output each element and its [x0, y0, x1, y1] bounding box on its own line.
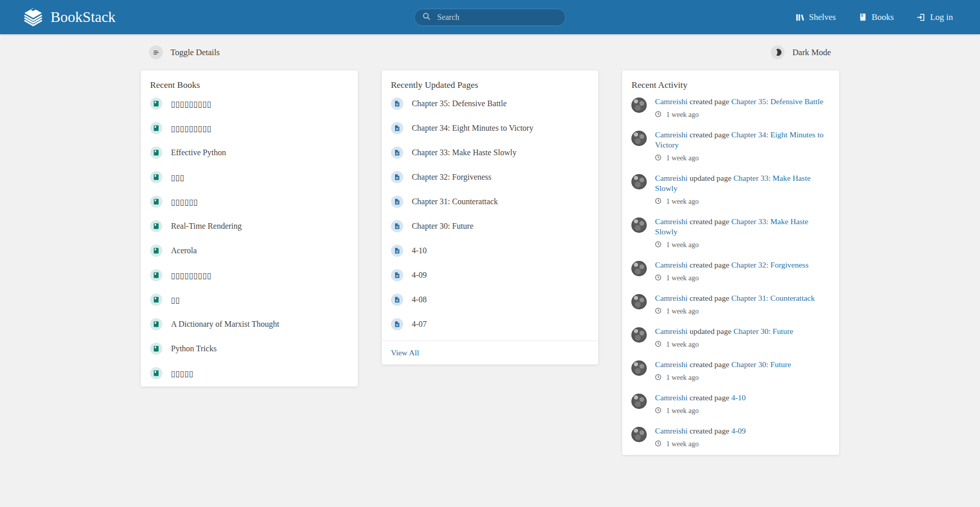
book-icon [150, 269, 162, 281]
activity-page-link[interactable]: 4-10 [731, 393, 746, 402]
activity-page-link[interactable]: Chapter 30: Future [733, 327, 793, 335]
activity-time: 1 week ago [666, 241, 699, 249]
activity-user-link[interactable]: Camreishi [655, 130, 688, 139]
view-all-link[interactable]: View All [391, 348, 419, 357]
activity-page-link[interactable]: Chapter 35: Defensive Battle [731, 97, 823, 106]
activity-user-link[interactable]: Camreishi [655, 217, 688, 226]
avatar [631, 327, 647, 343]
book-list-item[interactable]: ▯▯▯▯▯▯▯▯▯ [141, 116, 358, 140]
activity-item: Camreishi created page Chapter 31: Count… [622, 288, 839, 321]
book-list-item[interactable]: ▯▯▯▯▯ [141, 361, 358, 385]
activity-action: created page [690, 97, 729, 106]
book-list-item[interactable]: Python Tricks [141, 336, 358, 361]
book-list-item[interactable]: ▯▯ [141, 287, 358, 312]
page-icon [391, 245, 403, 257]
toggle-details-icon[interactable] [149, 45, 163, 59]
activity-action: created page [690, 217, 729, 226]
page-list-item[interactable]: Chapter 33: Make Haste Slowly [382, 140, 599, 165]
activity-user-link[interactable]: Camreishi [655, 426, 688, 435]
book-title: Real-Time Rendering [171, 222, 242, 231]
book-icon [150, 245, 162, 257]
page-list-item[interactable]: 4-07 [382, 312, 599, 336]
book-list-item[interactable]: Real-Time Rendering [141, 214, 358, 238]
clock-icon [655, 154, 662, 163]
activity-time: 1 week ago [666, 341, 699, 349]
dark-mode-button[interactable]: Dark Mode [771, 45, 831, 59]
book-list-item[interactable]: A Dictionary of Marxist Thought [141, 312, 358, 336]
activity-time: 1 week ago [666, 274, 699, 282]
activity-user-link[interactable]: Camreishi [655, 393, 688, 402]
activity-page-link[interactable]: Chapter 31: Counterattack [731, 294, 815, 302]
view-controls-row: Toggle Details Dark Mode [141, 45, 839, 59]
clock-icon [655, 340, 662, 349]
book-title: ▯▯ [171, 295, 180, 305]
clock-icon [655, 110, 662, 119]
book-icon [150, 220, 162, 232]
activity-item: Camreishi created page Chapter 34: Eight… [622, 125, 839, 168]
page-title: Chapter 33: Make Haste Slowly [412, 148, 517, 157]
search-input[interactable] [436, 12, 558, 22]
activity-action: created page [690, 260, 729, 269]
activity-time: 1 week ago [666, 154, 699, 162]
home-cards-grid: Recent Books ▯▯▯▯▯▯▯▯▯ ▯▯▯▯▯▯▯▯▯ Effecti… [141, 70, 839, 455]
page-list-item[interactable]: 4-09 [382, 263, 599, 287]
nav-shelves[interactable]: Shelves [795, 12, 836, 22]
activity-user-link[interactable]: Camreishi [655, 294, 688, 302]
book-icon [150, 318, 162, 330]
brand-home-link[interactable]: BookStack [22, 7, 115, 28]
book-title: Effective Python [171, 148, 226, 157]
book-list-item[interactable]: Acerola [141, 238, 358, 263]
pages-card-footer: View All [382, 341, 599, 364]
book-icon [150, 367, 162, 379]
page-icon [391, 220, 403, 232]
navbar-links: Shelves Books [795, 12, 953, 22]
page-list-item[interactable]: Chapter 34: Eight Minutes to Victory [382, 116, 599, 140]
activity-user-link[interactable]: Camreishi [655, 97, 688, 106]
page-title: 4-08 [412, 295, 427, 304]
page-title: Chapter 34: Eight Minutes to Victory [412, 124, 533, 133]
page-list-item[interactable]: Chapter 31: Counterattack [382, 189, 599, 214]
clock-icon [655, 240, 662, 250]
nav-books[interactable]: Books [859, 12, 894, 22]
page-list-item[interactable]: 4-08 [382, 287, 599, 312]
book-list-item[interactable]: ▯▯▯▯▯▯ [141, 189, 358, 214]
recent-pages-list: Chapter 35: Defensive Battle Chapter 34:… [382, 91, 599, 336]
nav-login[interactable]: Log in [916, 12, 953, 22]
activity-user-link[interactable]: Camreishi [655, 327, 688, 335]
book-list-item[interactable]: ▯▯▯▯▯▯▯▯▯ [141, 263, 358, 287]
search-bar[interactable] [414, 9, 566, 26]
recent-activity-card: Recent Activity Camreishi created page C… [622, 70, 839, 455]
book-title: ▯▯▯ [171, 173, 184, 182]
activity-item: Camreishi created page Chapter 32: Forgi… [622, 255, 839, 288]
book-list-item[interactable]: ▯▯▯ [141, 165, 358, 189]
activity-page-link[interactable]: 4-09 [731, 426, 746, 435]
book-icon [150, 171, 162, 183]
page-icon [391, 147, 403, 159]
activity-time: 1 week ago [666, 198, 699, 206]
activity-user-link[interactable]: Camreishi [655, 174, 688, 182]
page-list-item[interactable]: 4-10 [382, 238, 599, 263]
activity-action: created page [690, 130, 729, 139]
avatar [631, 294, 647, 309]
nav-shelves-label: Shelves [809, 12, 836, 22]
page-list-item[interactable]: Chapter 35: Defensive Battle [382, 91, 599, 116]
activity-item: Camreishi created page Chapter 35: Defen… [622, 91, 839, 125]
page-list-item[interactable]: Chapter 30: Future [382, 214, 599, 238]
activity-user-link[interactable]: Camreishi [655, 260, 688, 269]
book-list-item[interactable]: ▯▯▯▯▯▯▯▯▯ [141, 91, 358, 116]
activity-page-link[interactable]: Chapter 30: Future [731, 360, 791, 369]
activity-time: 1 week ago [666, 407, 699, 415]
clock-icon [655, 440, 662, 449]
page-list-item[interactable]: Chapter 32: Forgiveness [382, 165, 599, 189]
book-list-item[interactable]: Effective Python [141, 140, 358, 165]
clock-icon [655, 307, 662, 316]
activity-user-link[interactable]: Camreishi [655, 360, 688, 369]
activity-page-link[interactable]: Chapter 32: Forgiveness [731, 260, 808, 269]
page-icon [391, 269, 403, 281]
toggle-details-button[interactable]: Toggle Details [149, 45, 219, 59]
moon-icon[interactable] [771, 45, 785, 59]
toggle-details-label: Toggle Details [170, 47, 219, 58]
clock-icon [655, 373, 662, 382]
activity-action: updated page [690, 327, 731, 335]
recent-activity-title: Recent Activity [622, 70, 839, 91]
